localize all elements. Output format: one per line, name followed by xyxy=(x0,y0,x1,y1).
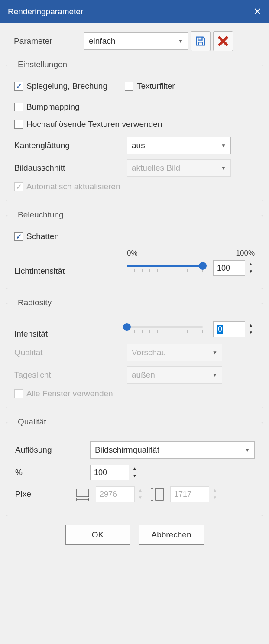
slider-min-label: 0% xyxy=(127,249,138,258)
spiegelung-label: Spiegelung, Brechung xyxy=(26,81,107,91)
aufloesung-value: Bildschirmqualität xyxy=(95,445,159,455)
bildausschnitt-select: aktuelles Bild ▼ xyxy=(127,159,231,177)
parameter-select[interactable]: einfach ▼ xyxy=(84,32,188,50)
parameter-label: Parameter xyxy=(6,36,84,46)
spinner-up-icon: ▲ xyxy=(211,486,219,494)
x-icon xyxy=(217,35,229,47)
spinner-up-icon[interactable]: ▲ xyxy=(247,321,255,329)
beleuchtung-group: Beleuchtung Schatten Lichtintensität 0% … xyxy=(6,210,263,289)
radiosity-intensitaet-slider[interactable] xyxy=(127,326,203,333)
auto-aktualisieren-checkbox xyxy=(14,182,23,191)
spiegelung-checkbox[interactable] xyxy=(14,82,23,91)
radiosity-legend: Radiosity xyxy=(14,298,55,307)
floppy-disk-icon xyxy=(194,35,207,47)
chevron-down-icon: ▼ xyxy=(221,165,226,171)
qualitaet-legend: Qualität xyxy=(14,417,49,427)
einstellungen-legend: Einstellungen xyxy=(14,60,71,69)
aufloesung-select[interactable]: Bildschirmqualität ▼ xyxy=(90,441,255,459)
chevron-down-icon: ▼ xyxy=(212,372,217,378)
tageslicht-label: Tageslicht xyxy=(14,370,127,380)
alle-fenster-checkbox xyxy=(14,389,23,398)
lichtintensitaet-slider[interactable] xyxy=(127,265,203,272)
radiosity-qualitaet-select: Vorschau ▼ xyxy=(127,344,222,361)
radiosity-group: Radiosity Intensität 0 ▲▼ Qualität Vorsc… xyxy=(6,298,263,408)
tageslicht-select: außen ▼ xyxy=(127,366,222,384)
prozent-input[interactable]: 100 xyxy=(90,465,129,480)
alle-fenster-label: Alle Fenster verwenden xyxy=(26,389,113,398)
titlebar: Renderingparameter ✕ xyxy=(0,0,269,23)
pixel-width-input: 2976 xyxy=(96,486,135,502)
svg-rect-0 xyxy=(77,489,89,497)
width-icon xyxy=(75,486,91,502)
lichtintensitaet-label: Lichtintensität xyxy=(14,266,127,276)
delete-button[interactable] xyxy=(213,31,233,51)
kantenglaettung-label: Kantenglättung xyxy=(14,141,127,150)
lichtintensitaet-input[interactable]: 100 xyxy=(213,260,245,276)
beleuchtung-legend: Beleuchtung xyxy=(14,210,67,220)
pixel-height-input: 1717 xyxy=(170,486,209,502)
tageslicht-value: außen xyxy=(132,370,155,380)
qualitaet-group: Qualität Auflösung Bildschirmqualität ▼ … xyxy=(6,417,263,516)
texturfilter-label: Texturfilter xyxy=(137,81,175,91)
hires-texturen-checkbox[interactable] xyxy=(14,120,23,129)
save-button[interactable] xyxy=(191,31,211,51)
spinner-down-icon[interactable]: ▼ xyxy=(247,329,255,336)
slider-max-label: 100% xyxy=(236,249,255,258)
bumpmapping-label: Bumpmapping xyxy=(26,102,80,112)
bildausschnitt-label: Bildausschnitt xyxy=(14,163,127,173)
auto-aktualisieren-label: Automatisch aktualisieren xyxy=(26,182,120,191)
svg-rect-1 xyxy=(156,488,163,500)
height-icon xyxy=(149,486,165,502)
radiosity-intensitaet-label: Intensität xyxy=(14,321,127,339)
spinner-down-icon: ▼ xyxy=(211,494,219,501)
radiosity-intensitaet-input[interactable]: 0 xyxy=(213,321,245,337)
radiosity-qualitaet-value: Vorschau xyxy=(132,348,166,357)
spinner-up-icon: ▲ xyxy=(136,486,144,494)
titlebar-text: Renderingparameter xyxy=(8,7,83,16)
spinner-up-icon[interactable]: ▲ xyxy=(247,260,255,268)
bildausschnitt-value: aktuelles Bild xyxy=(132,163,180,173)
texturfilter-checkbox[interactable] xyxy=(125,82,133,91)
pixel-label: Pixel xyxy=(14,489,75,499)
cancel-button[interactable]: Abbrechen xyxy=(139,525,204,545)
close-icon[interactable]: ✕ xyxy=(253,6,261,17)
parameter-value: einfach xyxy=(89,36,115,46)
chevron-down-icon: ▼ xyxy=(212,350,217,356)
prozent-label: % xyxy=(14,468,90,477)
einstellungen-group: Einstellungen Spiegelung, Brechung Textu… xyxy=(6,60,263,201)
spinner-down-icon[interactable]: ▼ xyxy=(131,472,139,479)
hires-texturen-label: Hochauflösende Texturen verwenden xyxy=(26,120,162,129)
kantenglaettung-select[interactable]: aus ▼ xyxy=(127,137,231,154)
chevron-down-icon: ▼ xyxy=(178,38,183,44)
bumpmapping-checkbox[interactable] xyxy=(14,103,23,111)
chevron-down-icon: ▼ xyxy=(221,142,226,149)
spinner-down-icon: ▼ xyxy=(136,494,144,501)
ok-button[interactable]: OK xyxy=(65,525,130,545)
schatten-label: Schatten xyxy=(26,232,59,241)
spinner-up-icon[interactable]: ▲ xyxy=(131,465,139,472)
spinner-down-icon[interactable]: ▼ xyxy=(247,268,255,275)
chevron-down-icon: ▼ xyxy=(245,447,250,453)
schatten-checkbox[interactable] xyxy=(14,232,23,241)
radiosity-qualitaet-label: Qualität xyxy=(14,348,127,357)
aufloesung-label: Auflösung xyxy=(14,445,90,455)
kantenglaettung-value: aus xyxy=(132,141,145,150)
